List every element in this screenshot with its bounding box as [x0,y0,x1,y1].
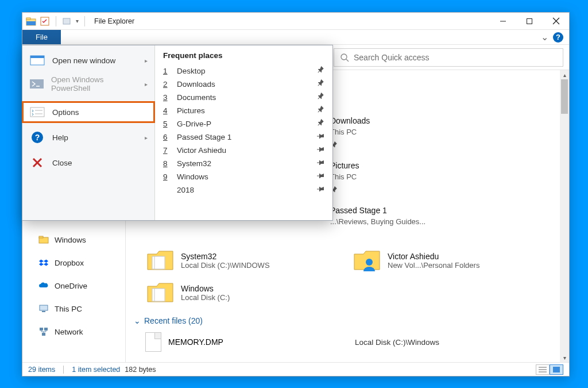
svg-rect-1 [26,18,30,20]
search-placeholder: Search Quick access [354,53,430,62]
svg-point-20 [366,259,373,266]
svg-rect-4 [63,18,70,24]
pin-icon[interactable] [316,132,324,142]
ribbon-collapse-icon[interactable]: ⌄ [541,32,548,43]
menu-open-new-window[interactable]: Open new window ▸ [22,50,154,71]
svg-rect-2 [26,21,36,25]
svg-point-9 [341,54,347,60]
pin-icon[interactable] [316,106,324,116]
folder-icon [146,281,174,305]
submenu-arrow-icon: ▸ [145,57,148,64]
file-tab[interactable]: File [22,30,61,44]
menu-open-powershell[interactable]: Open Windows PowerShell ▸ [22,71,154,97]
frequent-places: Frequent places 1Desktop2Downloads3Docum… [154,45,332,220]
folder-item-system32[interactable]: System32 Local Disk (C:)\WINDOWS [146,248,347,272]
properties-icon[interactable] [40,16,50,26]
folder-item-windows[interactable]: Windows Local Disk (C:) [146,281,347,305]
help-icon: ? [29,132,45,143]
svg-rect-26 [553,367,560,372]
minimize-button[interactable] [490,13,516,30]
network-icon [38,326,49,337]
search-input[interactable]: Search Quick access [334,48,563,67]
window-controls [490,13,569,30]
file-menu-commands: Open new window ▸ Open Windows PowerShel… [22,45,154,220]
svg-rect-28 [30,56,44,58]
svg-rect-15 [40,328,43,331]
frequent-place-item[interactable]: 3Documents [160,91,328,104]
qat-separator [56,16,56,26]
svg-rect-29 [30,79,44,89]
frequent-place-item[interactable]: 7Victor Ashiedu [160,144,328,157]
app-icon [26,16,36,26]
recent-files-header[interactable]: ⌄ Recent files (20) [134,316,566,325]
close-button[interactable] [543,13,569,30]
file-icon [145,332,161,352]
selection-size: 182 bytes [125,366,156,374]
svg-rect-6 [527,18,532,24]
svg-rect-22 [154,289,165,301]
scrollbar[interactable]: ▴ ▾ [560,70,569,362]
thumbnails-view-button[interactable] [550,364,563,375]
file-menu: Open new window ▸ Open Windows PowerShel… [22,45,333,221]
pin-icon[interactable] [316,172,324,182]
qat: ▾ File Explorer [22,16,138,26]
ribbon-tabs: File ⌄ ? [22,30,569,45]
submenu-arrow-icon: ▸ [145,135,148,141]
pin-icon[interactable] [316,159,324,168]
help-icon[interactable]: ? [553,32,563,43]
sidebar-item-onedrive[interactable]: OneDrive [22,277,125,294]
frequent-place-item[interactable]: 8System32 [160,157,328,170]
recent-file-item[interactable]: MEMORY.DMP Local Disk (C:)\Windows [145,332,566,352]
options-icon [29,106,45,118]
sidebar-item-windows[interactable]: Windows [22,231,125,248]
menu-close[interactable]: Close [22,152,154,173]
sidebar-item-this-pc[interactable]: This PC [22,300,125,317]
details-view-button[interactable] [536,364,550,375]
search-icon [340,53,349,62]
menu-help[interactable]: ? Help ▸ [22,127,154,148]
window-title: File Explorer [94,17,134,25]
frequent-places-header: Frequent places [160,51,328,64]
pin-icon[interactable] [316,145,324,155]
frequent-place-item[interactable]: 4Pictures [160,104,328,117]
folder-item[interactable]: Passed Stage 1 ...\Reviews, Buying Guide… [330,206,425,226]
scroll-down-icon[interactable]: ▾ [560,353,569,362]
folder-item[interactable]: Downloads This PC [330,116,370,151]
svg-rect-16 [44,328,48,331]
svg-rect-12 [39,236,43,238]
frequent-place-item[interactable]: 2Downloads [160,78,328,91]
svg-rect-14 [42,311,45,312]
chevron-down-icon: ⌄ [134,316,141,325]
svg-text:?: ? [35,133,40,142]
pin-icon[interactable] [316,93,324,102]
qat-dropdown-icon[interactable]: ▾ [76,18,79,24]
pin-icon[interactable] [316,185,324,195]
onedrive-icon [38,281,49,291]
folder-icon [38,235,49,245]
window-icon [29,55,45,66]
folder-icon [146,248,174,272]
statusbar: 29 items 1 item selected 182 bytes [22,362,569,376]
frequent-place-item[interactable]: 6Passed Stage 1 [160,130,328,144]
folder-item[interactable]: Pictures This PC [330,161,359,196]
pin-icon[interactable] [316,79,324,89]
frequent-place-item[interactable]: 9Windows [160,170,328,183]
new-folder-icon[interactable] [62,16,72,26]
scroll-up-icon[interactable]: ▴ [560,70,569,79]
close-icon [29,157,45,168]
sidebar-item-dropbox[interactable]: Dropbox [22,254,125,271]
svg-rect-19 [154,256,165,269]
frequent-place-item[interactable]: 2018 [160,183,328,197]
menu-options[interactable]: Options [22,102,154,122]
pin-icon[interactable] [316,66,324,76]
sidebar-item-network[interactable]: Network [22,323,125,340]
scroll-thumb[interactable] [561,79,568,114]
titlebar: ▾ File Explorer [22,13,569,30]
frequent-place-item[interactable]: 5G-Drive-P [160,117,328,130]
folder-item-victor[interactable]: Victor Ashiedu New Vol...\Personal Folde… [353,248,554,272]
maximize-button[interactable] [516,13,543,30]
folder-user-icon [353,248,381,272]
submenu-arrow-icon: ▸ [145,81,148,87]
frequent-place-item[interactable]: 1Desktop [160,64,328,78]
pin-icon[interactable] [316,119,324,129]
